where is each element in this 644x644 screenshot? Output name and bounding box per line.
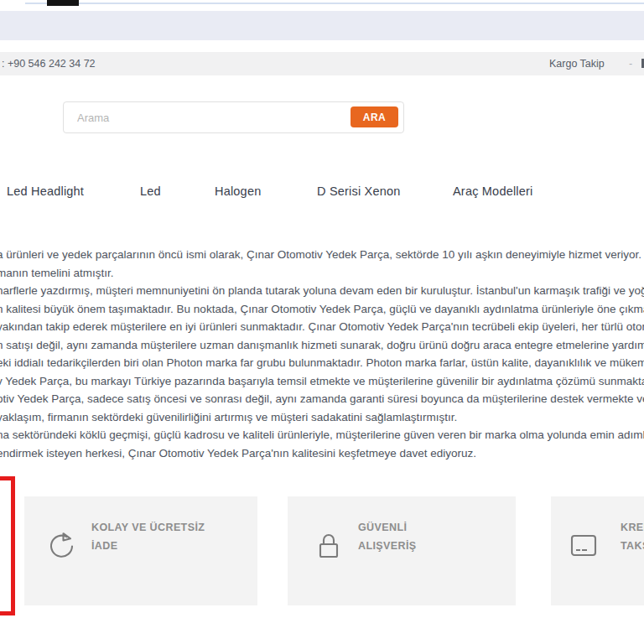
paragraph-line: na sektöründeki köklü geçmişi, güçlü kad…	[0, 426, 644, 444]
annotation-red-box	[0, 476, 15, 615]
search-button[interactable]: ARA	[351, 106, 398, 127]
paragraph-line: a ürünleri ve yedek parçalarının öncü is…	[0, 246, 644, 264]
search-bar: ARA	[63, 101, 404, 133]
contact-topbar: : +90 546 242 34 72 Kargo Takip -	[0, 52, 644, 75]
nav-item-arac-modelleri[interactable]: Araç Modelleri	[453, 184, 532, 198]
return-arrow-icon	[46, 530, 78, 562]
credit-card-icon	[568, 530, 600, 562]
page: : +90 546 242 34 72 Kargo Takip - ARA Le…	[0, 0, 644, 644]
paragraph-line: yaklaşım, firmanın sektördeki güvenilirl…	[0, 408, 644, 427]
feature-title-line: KREDİ	[621, 518, 644, 537]
search-input[interactable]	[64, 102, 354, 132]
paragraph-line: endirmek isteyen herkesi, Çınar Otomotiv…	[0, 444, 644, 463]
feature-title-line: TAKSİT	[621, 537, 644, 555]
feature-title-line: ALIŞVERİŞ	[358, 537, 417, 555]
paragraph-line: v Yedek Parça, bu markayı Türkiye pazarı…	[0, 372, 644, 391]
nav-item-led-headlight[interactable]: Led Headlight	[7, 184, 84, 198]
lock-icon	[313, 530, 345, 562]
feature-title-line: GÜVENLİ	[358, 518, 417, 537]
paragraph-line: yakından takip ederek müşterilere en iyi…	[0, 318, 644, 336]
feature-card-installments: KREDİ TAKSİT	[551, 496, 644, 605]
topbar-separator: -	[629, 58, 632, 70]
nav-item-d-serisi-xenon[interactable]: D Serisi Xenon	[317, 184, 401, 198]
feature-title-line: İADE	[91, 537, 205, 555]
feature-card-secure-shopping: GÜVENLİ ALIŞVERİŞ	[288, 496, 516, 605]
phone-number: : +90 546 242 34 72	[2, 58, 96, 70]
about-text: a ürünleri ve yedek parçalarının öncü is…	[0, 246, 644, 462]
paragraph-line: eki iddialı tedarikçilerden biri olan Ph…	[0, 354, 644, 372]
paragraph-line: otiv Yedek Parça, sadece satış öncesi ve…	[0, 390, 644, 408]
feature-title-line: KOLAY VE ÜCRETSİZ	[91, 518, 205, 537]
browser-top-strip	[0, 0, 644, 11]
cargo-tracking-link[interactable]: Kargo Takip	[549, 58, 605, 70]
top-divider-line	[25, 3, 644, 4]
nav-item-halogen[interactable]: Halogen	[215, 184, 261, 198]
paragraph-line: n satışı değil, aynı zamanda müşterilere…	[0, 336, 644, 355]
paragraph-line: manın temelini atmıştır.	[0, 264, 644, 283]
header-band	[0, 11, 644, 40]
browser-tab-stub	[47, 0, 79, 6]
nav-item-led[interactable]: Led	[140, 184, 161, 198]
feature-card-free-return: KOLAY VE ÜCRETSİZ İADE	[24, 496, 257, 605]
paragraph-line: harflerle yazdırmış, müşteri memnuniyeti…	[0, 282, 644, 300]
paragraph-line: n kalitesi büyük önem taşımaktadır. Bu n…	[0, 300, 644, 319]
